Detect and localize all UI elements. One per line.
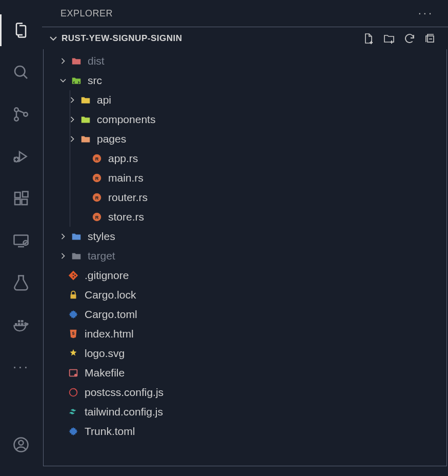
file-label: Trunk.toml — [85, 425, 135, 438]
folder-label: target — [88, 250, 115, 262]
explorer-sidebar: EXPLORER ··· RUST-YEW-SIGNUP-SIGNIN — [42, 0, 448, 476]
file-cargo-toml[interactable]: Cargo.toml — [44, 305, 446, 324]
activity-account[interactable] — [0, 424, 42, 466]
postcss-icon — [67, 386, 79, 399]
svg-point-27 — [73, 273, 74, 275]
svg-point-33 — [74, 374, 77, 377]
file-tailwind[interactable]: tailwind.config.js — [44, 402, 446, 422]
file-app-rs[interactable]: R app.rs — [44, 149, 446, 168]
folder-label: styles — [88, 230, 115, 243]
svg-point-1 — [14, 108, 18, 112]
git-icon — [67, 269, 79, 282]
svg-icon — [67, 347, 79, 360]
file-label: .gitignore — [85, 269, 129, 282]
chevron-right-icon — [58, 231, 68, 242]
file-label: logo.svg — [85, 347, 125, 360]
explorer-more-button[interactable]: ··· — [418, 7, 434, 20]
svg-text:R: R — [95, 195, 99, 201]
rust-icon: R — [91, 152, 103, 165]
folder-label: dist — [88, 55, 105, 67]
folder-src[interactable]: src — [44, 71, 446, 90]
rust-icon: R — [91, 211, 103, 223]
folder-api[interactable]: api — [44, 90, 446, 110]
folder-label: api — [97, 94, 111, 106]
folder-target[interactable]: target — [44, 246, 446, 266]
activity-testing[interactable] — [0, 262, 42, 304]
file-makefile[interactable]: Makefile — [44, 363, 446, 383]
file-store-rs[interactable]: R store.rs — [44, 207, 446, 227]
activity-extensions[interactable] — [0, 177, 42, 220]
folder-pages[interactable]: pages — [44, 129, 446, 149]
project-name: RUST-YEW-SIGNUP-SIGNIN — [62, 33, 182, 44]
chevron-right-icon — [58, 56, 68, 66]
svg-rect-7 — [22, 200, 28, 205]
svg-rect-30 — [71, 294, 76, 299]
new-folder-button[interactable] — [380, 30, 398, 47]
tailwind-icon — [67, 406, 79, 418]
chevron-right-icon — [67, 114, 77, 125]
activity-docker[interactable] — [0, 304, 42, 346]
svg-text:5: 5 — [72, 331, 75, 336]
explorer-title: EXPLORER — [60, 8, 113, 19]
activity-scm[interactable] — [0, 93, 42, 135]
activity-remote[interactable] — [0, 220, 42, 262]
project-header[interactable]: RUST-YEW-SIGNUP-SIGNIN — [42, 27, 448, 49]
file-router-rs[interactable]: R router.rs — [44, 188, 446, 207]
folder-icon — [70, 230, 83, 243]
refresh-button[interactable] — [401, 30, 418, 47]
svg-point-3 — [24, 112, 28, 116]
folder-label: src — [88, 74, 102, 87]
svg-text:R: R — [95, 215, 99, 220]
src-children: api components pages R app.rs — [44, 90, 446, 227]
makefile-icon — [67, 367, 79, 379]
svg-rect-6 — [15, 200, 21, 205]
activity-explorer[interactable] — [0, 9, 42, 51]
file-label: Makefile — [85, 367, 125, 379]
folder-label: components — [97, 113, 155, 126]
file-cargo-lock[interactable]: Cargo.lock — [44, 285, 446, 305]
folder-dist[interactable]: dist — [44, 51, 446, 71]
activity-search[interactable] — [0, 51, 42, 93]
chevron-down-icon — [47, 32, 59, 45]
file-index-html[interactable]: 5 index.html — [44, 324, 446, 344]
svg-rect-14 — [18, 320, 21, 323]
activity-debug[interactable] — [0, 135, 42, 177]
folder-icon — [79, 94, 92, 106]
svg-text:R: R — [95, 156, 99, 162]
file-label: postcss.config.js — [85, 386, 164, 399]
svg-rect-5 — [15, 192, 21, 198]
collapse-all-button[interactable] — [421, 30, 439, 47]
file-label: router.rs — [108, 191, 148, 204]
folder-styles[interactable]: styles — [44, 227, 446, 246]
html-icon: 5 — [67, 328, 79, 340]
svg-rect-8 — [23, 192, 28, 197]
file-label: tailwind.config.js — [85, 406, 163, 418]
lock-icon — [67, 289, 79, 301]
file-label: Cargo.lock — [85, 289, 136, 301]
activity-more[interactable]: ··· — [0, 346, 42, 388]
file-postcss[interactable]: postcss.config.js — [44, 383, 446, 402]
folder-components[interactable]: components — [44, 110, 446, 129]
svg-point-2 — [14, 117, 18, 121]
folder-label: pages — [97, 133, 126, 145]
svg-rect-15 — [21, 320, 24, 323]
rust-icon: R — [91, 191, 103, 204]
rust-icon: R — [91, 172, 103, 184]
new-file-button[interactable] — [360, 30, 377, 47]
file-logo-svg[interactable]: logo.svg — [44, 344, 446, 363]
folder-icon — [79, 113, 92, 126]
file-main-rs[interactable]: R main.rs — [44, 168, 446, 188]
file-label: main.rs — [108, 172, 144, 184]
gear-icon — [67, 425, 79, 438]
folder-icon — [70, 250, 83, 262]
folder-icon — [70, 55, 83, 67]
chevron-right-icon — [67, 95, 77, 105]
svg-point-28 — [73, 276, 74, 277]
file-label: Cargo.toml — [85, 308, 137, 321]
folder-icon — [79, 133, 92, 145]
file-gitignore[interactable]: .gitignore — [44, 266, 446, 285]
explorer-header: EXPLORER ··· — [42, 0, 448, 27]
svg-point-29 — [74, 275, 76, 276]
chevron-down-icon — [58, 75, 68, 86]
file-trunk-toml[interactable]: Trunk.toml — [44, 422, 446, 441]
